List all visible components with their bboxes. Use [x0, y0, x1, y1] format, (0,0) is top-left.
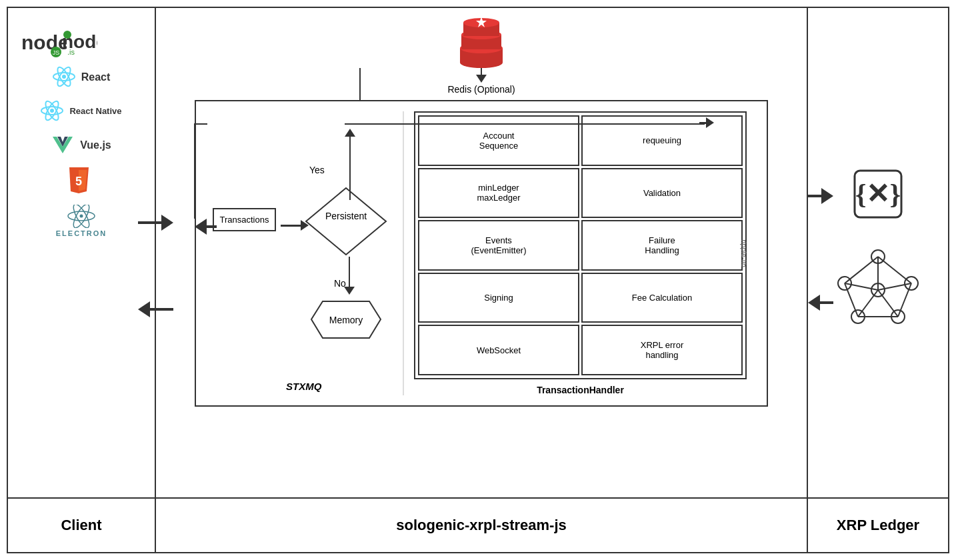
- svg-text:5: 5: [75, 175, 81, 188]
- react-native-text: React Native: [69, 106, 121, 116]
- feature-minledger-maxledger: minLedgermaxLedger: [418, 168, 579, 219]
- stxmq-section: Transactions Yes Persistent: [206, 111, 393, 395]
- html5-logo: 5: [67, 167, 96, 194]
- vuejs-text: Vue.js: [80, 139, 111, 151]
- yes-arrow: [345, 123, 355, 200]
- redis-area: Redis (Optional): [447, 15, 515, 95]
- electron-logo: ELECTRON: [56, 205, 107, 237]
- svg-line-40: [878, 257, 911, 283]
- svg-text:JS: JS: [53, 49, 60, 56]
- react-text: React: [81, 71, 111, 83]
- svg-point-10: [50, 109, 54, 113]
- svg-line-48: [858, 290, 878, 317]
- react-logo: React: [53, 65, 111, 89]
- txhandler-label: TransactionHandler: [414, 385, 757, 395]
- footer-client-label: Client: [8, 499, 155, 552]
- transactions-label: Transactions: [220, 215, 269, 225]
- feature-failure-handling: FailureHandling: [581, 220, 743, 271]
- redis-icon: [458, 15, 505, 68]
- xrp-column: {✕}: [808, 8, 948, 499]
- svg-text:{✕}: {✕}: [855, 179, 901, 209]
- electron-text: ELECTRON: [56, 229, 107, 237]
- feature-signing: Signing: [418, 273, 579, 323]
- xrp-node-graph: [831, 243, 925, 339]
- feature-account-sequence: AccountSequence: [418, 115, 579, 166]
- svg-point-6: [62, 75, 66, 79]
- middle-column: Redis (Optional) Transactions: [156, 8, 807, 499]
- stxmq-label: STXMQ: [286, 381, 321, 392]
- footer-xrp-label: XRP Ledger: [808, 499, 948, 552]
- svg-line-43: [845, 283, 858, 317]
- main-flow-box: Transactions Yes Persistent: [195, 100, 768, 407]
- svg-line-42: [898, 283, 911, 317]
- feature-xrpl-error: XRPL errorhandling: [581, 325, 743, 375]
- feature-events: Events(EventEmitter): [418, 220, 579, 271]
- redis-label: Redis (Optional): [447, 84, 515, 95]
- svg-point-19: [79, 215, 83, 218]
- svg-text:.js: .js: [67, 48, 75, 55]
- feature-requeuing: requeuing: [581, 115, 743, 166]
- vuejs-logo: Vue.js: [51, 133, 111, 157]
- transactions-box: Transactions: [213, 208, 276, 231]
- yes-label: Yes: [309, 165, 325, 175]
- feature-validation: Validation: [581, 168, 743, 219]
- react-native-logo: React Native: [41, 99, 121, 123]
- feature-grid-border: AccountSequence requeuing minLedgermaxLe…: [414, 111, 747, 379]
- feature-fee-calculation: Fee Calculation: [581, 273, 743, 323]
- svg-line-47: [878, 290, 898, 317]
- ripple-lib-label: ripple-lib: [740, 239, 748, 267]
- memory-hexagon: Memory: [309, 298, 383, 344]
- svg-text:Memory: Memory: [329, 315, 363, 325]
- no-arrow: [344, 257, 355, 295]
- footer-middle-label: sologenic-xrpl-stream-js: [156, 499, 807, 552]
- feature-websocket: WebSocket: [418, 325, 579, 375]
- xrp-x-icon: {✕}: [851, 167, 905, 223]
- svg-text:Persistent: Persistent: [325, 211, 367, 221]
- txhandler-section: ripple-lib AccountSequence requeuing min…: [414, 111, 757, 395]
- client-column: node .js React: [8, 8, 155, 499]
- svg-line-41: [845, 257, 878, 283]
